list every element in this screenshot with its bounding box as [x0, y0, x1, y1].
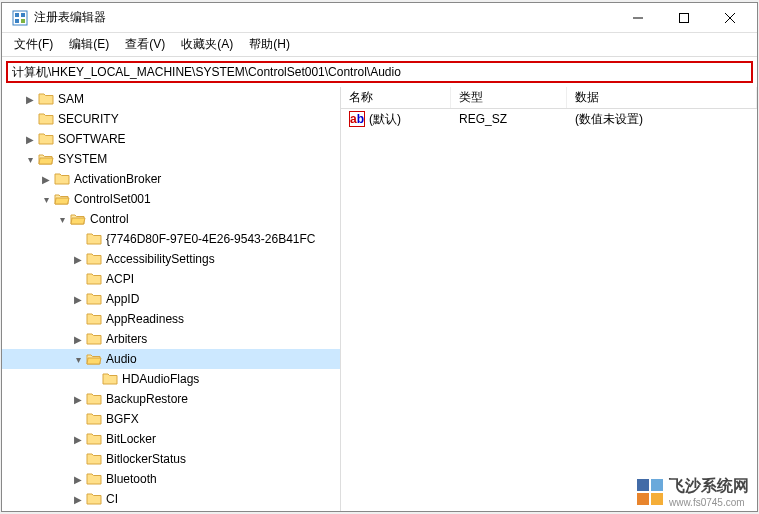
folder-closed-icon — [86, 431, 102, 447]
menu-help[interactable]: 帮助(H) — [241, 34, 298, 55]
tree-node[interactable]: AppReadiness — [2, 309, 340, 329]
tree-node[interactable]: ▶ActivationBroker — [2, 169, 340, 189]
tree-node[interactable]: ACPI — [2, 269, 340, 289]
tree-node-label: Arbiters — [106, 332, 147, 346]
tree-node[interactable]: ▶Bluetooth — [2, 469, 340, 489]
chevron-right-icon[interactable]: ▶ — [70, 471, 86, 487]
tree-node-label: AccessibilitySettings — [106, 252, 215, 266]
tree-node-label: ActivationBroker — [74, 172, 161, 186]
watermark-url: www.fs0745.com — [669, 497, 749, 508]
expander-placeholder — [86, 371, 102, 387]
address-input[interactable] — [12, 65, 747, 79]
menu-view[interactable]: 查看(V) — [117, 34, 173, 55]
folder-closed-icon — [38, 91, 54, 107]
value-name-cell: ab(默认) — [341, 109, 451, 130]
tree-node[interactable]: ▶CI — [2, 489, 340, 509]
chevron-right-icon[interactable]: ▶ — [70, 291, 86, 307]
tree-node[interactable]: ▾Audio — [2, 349, 340, 369]
tree-node[interactable]: ▶SOFTWARE — [2, 129, 340, 149]
tree-node-label: ControlSet001 — [74, 192, 151, 206]
chevron-right-icon[interactable]: ▶ — [22, 131, 38, 147]
tree-node-label: SYSTEM — [58, 152, 107, 166]
chevron-down-icon[interactable]: ▾ — [70, 351, 86, 367]
svg-rect-3 — [15, 19, 19, 23]
svg-rect-2 — [21, 13, 25, 17]
maximize-button[interactable] — [661, 3, 707, 33]
close-button[interactable] — [707, 3, 753, 33]
column-header-type[interactable]: 类型 — [451, 87, 567, 108]
menubar: 文件(F) 编辑(E) 查看(V) 收藏夹(A) 帮助(H) — [2, 33, 757, 57]
chevron-right-icon[interactable]: ▶ — [70, 251, 86, 267]
expander-placeholder — [70, 451, 86, 467]
minimize-button[interactable] — [615, 3, 661, 33]
folder-open-icon — [54, 191, 70, 207]
folder-open-icon — [86, 351, 102, 367]
chevron-right-icon[interactable]: ▶ — [38, 171, 54, 187]
tree-node[interactable]: ▶AccessibilitySettings — [2, 249, 340, 269]
tree-node[interactable]: ▾Control — [2, 209, 340, 229]
menu-file[interactable]: 文件(F) — [6, 34, 61, 55]
titlebar[interactable]: 注册表编辑器 — [2, 3, 757, 33]
chevron-right-icon[interactable]: ▶ — [70, 331, 86, 347]
tree-node[interactable]: ▾ControlSet001 — [2, 189, 340, 209]
menu-edit[interactable]: 编辑(E) — [61, 34, 117, 55]
expander-placeholder — [70, 411, 86, 427]
tree-node-label: SOFTWARE — [58, 132, 126, 146]
chevron-down-icon[interactable]: ▾ — [38, 191, 54, 207]
expander-placeholder — [70, 231, 86, 247]
column-header-data[interactable]: 数据 — [567, 87, 757, 108]
value-name: (默认) — [369, 111, 401, 128]
watermark-brand: 飞沙系统网 — [669, 476, 749, 497]
column-header-name[interactable]: 名称 — [341, 87, 451, 108]
folder-closed-icon — [102, 371, 118, 387]
svg-rect-1 — [15, 13, 19, 17]
list-body: ab(默认)REG_SZ(数值未设置) — [341, 109, 757, 129]
chevron-down-icon[interactable]: ▾ — [54, 211, 70, 227]
watermark-text-group: 飞沙系统网 www.fs0745.com — [669, 476, 749, 508]
tree-node-label: Bluetooth — [106, 472, 157, 486]
tree-panel[interactable]: ▶SAMSECURITY▶SOFTWARE▾SYSTEM▶ActivationB… — [2, 87, 341, 511]
tree-node[interactable]: SECURITY — [2, 109, 340, 129]
chevron-right-icon[interactable]: ▶ — [22, 91, 38, 107]
folder-closed-icon — [86, 411, 102, 427]
registry-editor-window: 注册表编辑器 文件(F) 编辑(E) 查看(V) 收藏夹(A) 帮助(H) ▶S… — [1, 2, 758, 512]
tree-node-label: AppID — [106, 292, 139, 306]
tree-node[interactable]: ▶Arbiters — [2, 329, 340, 349]
chevron-right-icon[interactable]: ▶ — [70, 391, 86, 407]
folder-closed-icon — [86, 251, 102, 267]
tree-node-label: BackupRestore — [106, 392, 188, 406]
tree-node[interactable]: ▶BitLocker — [2, 429, 340, 449]
tree-node[interactable]: ▶SAM — [2, 89, 340, 109]
chevron-down-icon[interactable]: ▾ — [22, 151, 38, 167]
folder-closed-icon — [38, 131, 54, 147]
registry-tree: ▶SAMSECURITY▶SOFTWARE▾SYSTEM▶ActivationB… — [2, 87, 340, 511]
addressbar-container — [2, 57, 757, 87]
tree-node[interactable]: ▶AppID — [2, 289, 340, 309]
window-controls — [615, 3, 753, 33]
folder-closed-icon — [86, 471, 102, 487]
folder-closed-icon — [86, 391, 102, 407]
tree-node-label: CI — [106, 492, 118, 506]
tree-node-label: SAM — [58, 92, 84, 106]
tree-node-label: BitlockerStatus — [106, 452, 186, 466]
chevron-right-icon[interactable]: ▶ — [70, 431, 86, 447]
tree-node[interactable]: ▾SYSTEM — [2, 149, 340, 169]
tree-node[interactable]: BGFX — [2, 409, 340, 429]
value-data: (数值未设置) — [567, 109, 757, 130]
window-title: 注册表编辑器 — [34, 9, 615, 26]
tree-node[interactable]: BitlockerStatus — [2, 449, 340, 469]
tree-node-label: HDAudioFlags — [122, 372, 199, 386]
folder-closed-icon — [86, 231, 102, 247]
tree-node[interactable]: HDAudioFlags — [2, 369, 340, 389]
svg-rect-6 — [680, 13, 689, 22]
menu-favorites[interactable]: 收藏夹(A) — [173, 34, 241, 55]
tree-node-label: Audio — [106, 352, 137, 366]
value-row[interactable]: ab(默认)REG_SZ(数值未设置) — [341, 109, 757, 129]
chevron-right-icon[interactable]: ▶ — [70, 491, 86, 507]
tree-node[interactable]: {7746D80F-97E0-4E26-9543-26B41FC — [2, 229, 340, 249]
tree-node[interactable]: ▶BackupRestore — [2, 389, 340, 409]
folder-closed-icon — [86, 291, 102, 307]
folder-open-icon — [38, 151, 54, 167]
values-panel[interactable]: 名称 类型 数据 ab(默认)REG_SZ(数值未设置) — [341, 87, 757, 511]
list-header: 名称 类型 数据 — [341, 87, 757, 109]
